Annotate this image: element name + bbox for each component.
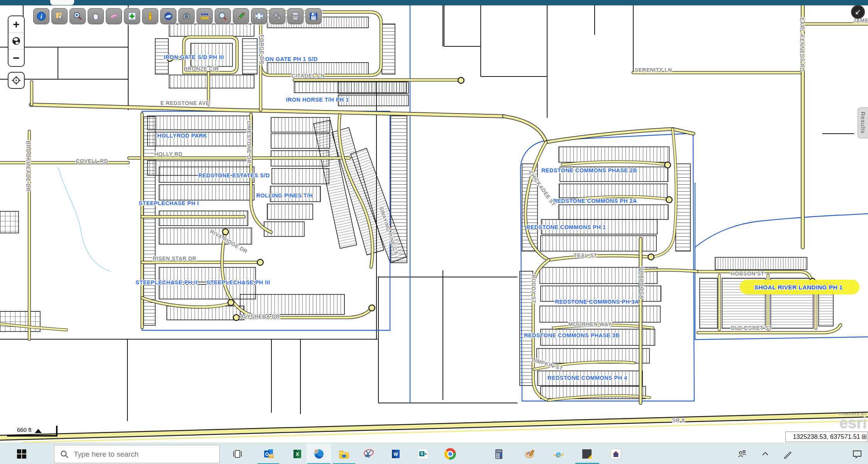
person-icon [145,11,155,21]
steeplechase-ph-ii-label: STEEPLECHASE PH II [136,279,197,286]
forge-dr-label: FORGE DR [259,34,265,64]
iron-gate-ph-1-s-d-label: IRON GATE PH 1 S/D [259,56,317,62]
people-button[interactable] [734,443,751,464]
street-view-button[interactable] [142,8,158,24]
zoom-control-panel: + − [8,15,25,67]
svg-text:i: i [41,13,42,20]
coordinate-settings-icon[interactable]: ⊞ [861,433,867,441]
svg-text:e: e [556,449,561,459]
internet-explorer-button[interactable]: e [548,443,569,464]
search-tool-button[interactable] [215,8,231,24]
full-extent-button[interactable] [251,8,267,24]
pen-icon [782,449,793,459]
file-explorer-button[interactable] [333,443,355,464]
zoom-in-button[interactable]: + [8,16,24,33]
svg-text:?: ? [203,12,206,16]
e-redstone-ave-label: E REDSTONE AVE [160,100,209,106]
hand-icon [91,11,101,21]
header-tab [50,0,74,5]
measure-button[interactable]: ? [197,8,213,24]
pan-button[interactable] [88,8,104,24]
folder-icon [338,448,350,460]
paint-palette-icon [524,448,536,460]
magnifier-icon [218,11,228,21]
identify-button[interactable]: i [33,8,49,24]
start-button[interactable] [11,443,32,464]
brookmeade-dr-label: BROOKMEADE DR [25,141,31,192]
crosshair-icon [11,75,22,86]
excel-button[interactable]: X [287,443,308,464]
sharepoint-button[interactable]: S [412,443,434,464]
steeplechase-ph-i-label: STEEPLECHASE PH I [139,200,199,206]
locate-button[interactable] [8,72,25,89]
print-button[interactable] [287,8,303,24]
processing-button[interactable] [269,8,285,24]
clock-tray[interactable]: 1:43 AM4/19/2021 [796,443,835,464]
task-view-icon [231,448,243,460]
scale-bar: 660 ft [7,426,57,436]
select-cursor-icon [54,11,64,21]
bronze-cir-label: BRONZE CIR [183,66,219,72]
collapse-map-button[interactable]: ↙ [851,5,865,19]
pen-button[interactable] [779,443,796,464]
calculator-icon [493,448,505,460]
limestone-dr-label: LIMESTONE DR [246,121,252,163]
ie-icon: e [552,448,565,460]
home-app-button[interactable] [605,443,627,464]
snapshot-button[interactable] [178,8,195,24]
zoom-in-tool-button[interactable] [70,8,86,24]
snipping-tool-button[interactable] [358,443,380,464]
edge-icon [313,448,325,460]
hidden-icons-button[interactable] [758,443,773,464]
okaloosa-label: OKALOOSA [639,267,645,299]
citadel-ln-label: CITADEL LN [292,73,325,79]
parcel-boundary-lines [0,5,854,421]
chrome-icon [444,448,456,460]
rolling-pines-t-h-label: ROLLING PINES T/H [256,192,313,199]
word-button[interactable]: W [385,443,407,464]
excel-icon: X [292,448,303,460]
house-icon [610,448,622,460]
teal-st-label: TEAL ST [574,252,597,258]
action-center-button[interactable] [848,443,866,464]
paint-button[interactable] [519,443,541,464]
home-extent-button[interactable] [8,33,24,49]
draw-button[interactable] [233,8,249,24]
coordinate-readout: 1325238.53, 637571.51 ⊞ [785,432,868,442]
task-view-button[interactable] [227,443,247,464]
add-extent-button[interactable] [124,8,140,24]
stream-line [58,167,110,271]
taskbar-search[interactable] [54,445,220,463]
edge-button[interactable] [307,443,331,464]
parcel-map[interactable]: IRON GATE S/D PH IIIIRON GATE PH 1 S/DIR… [0,0,868,443]
scale-label: 660 ft [17,427,32,433]
redstone-commons-ph-1-label: REDSTONE COMMONS PH 1 [526,224,606,230]
dark-notes-icon [581,448,593,460]
earl-kennedy-rd-label: EARL KENNEDY RD [799,17,805,71]
svg-text:X: X [296,451,299,457]
alysheba-dr-label: ALYSHEBA DR [240,313,280,320]
covell-rd-label: COVELL RD [76,158,108,164]
redstone-commons-ph-2a-label: REDSTONE COMMONS PH 2A [553,198,637,204]
select-by-polygon-button[interactable] [51,8,68,24]
expand-arrows-icon [254,11,264,21]
search-input[interactable] [73,450,202,459]
save-button[interactable] [305,8,322,24]
sr-8-label: SR 8 [672,417,685,423]
chrome-button[interactable] [439,443,461,464]
google-earth-button[interactable] [160,8,176,24]
outlook-button[interactable]: O [257,443,280,464]
iron-horse-t-h-ph-1-label: IRON HORSE T/H PH 1 [286,97,349,103]
erase-button[interactable] [106,8,122,24]
map-canvas[interactable]: IRON GATE S/D PH IIIIRON GATE PH 1 S/DIR… [0,0,868,443]
notes-app-button[interactable] [575,443,598,464]
eraser-icon [109,11,119,21]
svg-text:W: W [393,452,398,457]
pencil-icon [236,11,246,21]
magnifier-plus-icon [73,11,83,21]
action-center-icon [852,449,863,459]
results-panel-tab[interactable]: Results [858,107,868,138]
globe-icon [11,36,21,46]
calculator-button[interactable] [488,443,510,464]
zoom-out-button[interactable]: − [8,49,24,66]
